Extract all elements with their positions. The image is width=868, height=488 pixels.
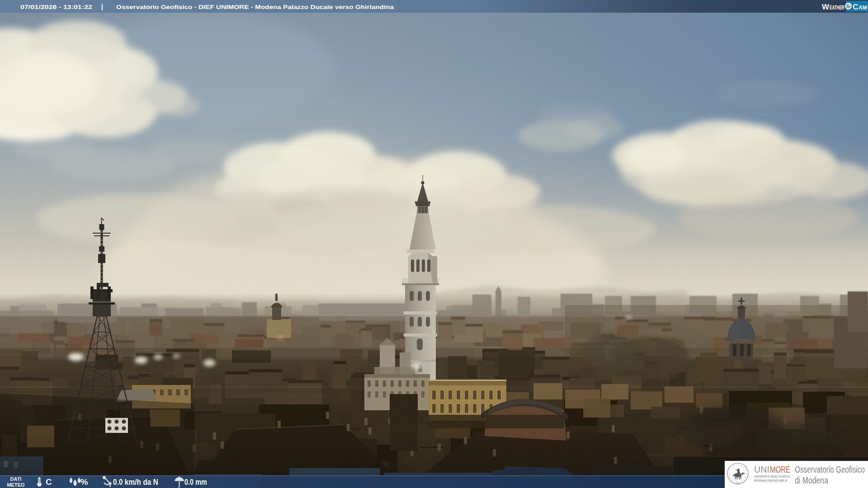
svg-text:1175: 1175: [736, 483, 740, 485]
svg-text:METEO: METEO: [7, 482, 25, 488]
svg-text:MORE: MORE: [770, 465, 790, 474]
svg-text:0.0 km/h da N: 0.0 km/h da N: [113, 477, 158, 487]
svg-text:C: C: [853, 3, 858, 11]
svg-text:EATHER: EATHER: [830, 5, 844, 11]
svg-text:W: W: [822, 3, 830, 11]
svg-text:C: C: [46, 477, 52, 487]
svg-text:UNI: UNI: [754, 465, 769, 474]
svg-text:0.0 mm: 0.0 mm: [184, 477, 207, 487]
svg-text:%: %: [80, 477, 88, 487]
svg-text:MODENA E REGGIO EMILIA: MODENA E REGGIO EMILIA: [754, 479, 788, 483]
svg-text:AM: AM: [859, 5, 867, 11]
svg-text:di Modena: di Modena: [795, 475, 829, 485]
svg-text:|: |: [101, 3, 103, 10]
svg-text:07/01/2026 - 13:01:22: 07/01/2026 - 13:01:22: [20, 4, 92, 10]
svg-text:DATI: DATI: [10, 476, 22, 482]
svg-text:UNIVERSITÀ DEGLI STUDI DI: UNIVERSITÀ DEGLI STUDI DI: [754, 474, 790, 479]
svg-text:Osservatorio Geofisico - DIEF: Osservatorio Geofisico - DIEF UNIMORE - …: [116, 4, 394, 10]
svg-text:Osservatorio Geofisico: Osservatorio Geofisico: [795, 465, 865, 474]
